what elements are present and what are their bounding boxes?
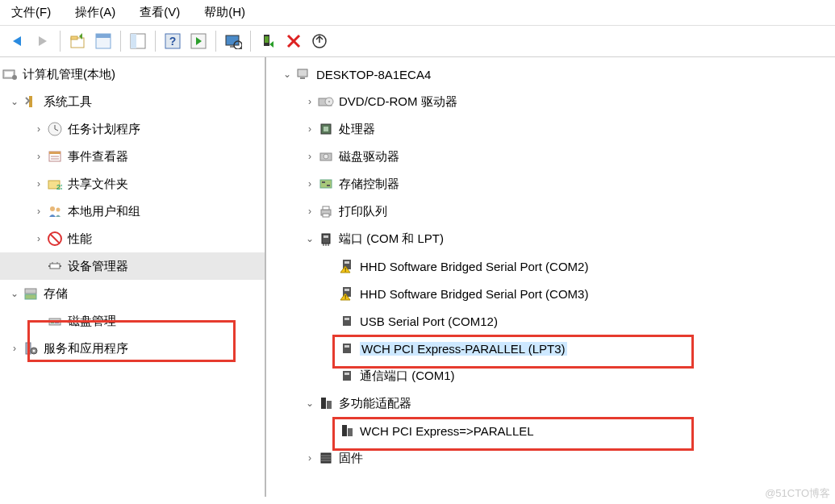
computer-management-icon: [2, 66, 18, 82]
menu-help[interactable]: 帮助(H): [204, 5, 245, 20]
collapse-icon[interactable]: ⌄: [281, 68, 294, 81]
svg-rect-58: [322, 181, 325, 183]
svg-rect-69: [344, 261, 349, 264]
svg-rect-79: [344, 373, 349, 375]
multifunction-icon: [339, 423, 355, 439]
device-root-computer[interactable]: ⌄ DESKTOP-8A1ECA4: [266, 60, 835, 88]
device-dvd[interactable]: › DVD/CD-ROM 驱动器: [266, 88, 835, 115]
printer-icon: [318, 203, 334, 219]
device-port-hhd1[interactable]: ! HHD Software Bridged Serial Port (COM2…: [266, 252, 835, 280]
expand-icon[interactable]: ›: [32, 177, 45, 190]
svg-rect-77: [344, 345, 349, 348]
expand-icon[interactable]: ›: [32, 232, 45, 245]
tree-label: 任务计划程序: [68, 122, 140, 137]
back-button[interactable]: [5, 29, 29, 53]
device-label: HHD Software Bridged Serial Port (COM2): [360, 260, 588, 273]
tree-performance[interactable]: › 性能: [0, 225, 265, 252]
device-multifunction[interactable]: ⌄ 多功能适配器: [266, 389, 835, 417]
expand-icon[interactable]: ›: [303, 177, 316, 190]
scan-button[interactable]: [221, 29, 245, 53]
device-processors[interactable]: › 处理器: [266, 115, 835, 143]
svg-text:23: 23: [56, 183, 62, 191]
forward-button[interactable]: [31, 29, 55, 53]
device-ports[interactable]: ⌄ 端口 (COM 和 LPT): [266, 225, 835, 252]
expand-icon[interactable]: ›: [32, 205, 45, 218]
enable-device-button[interactable]: [256, 29, 280, 53]
tree-label: 设备管理器: [68, 259, 128, 274]
collapse-icon[interactable]: ⌄: [8, 95, 21, 108]
device-label: 端口 (COM 和 LPT): [339, 231, 444, 247]
tree-disk-management[interactable]: 磁盘管理: [0, 307, 265, 335]
expand-icon[interactable]: ›: [303, 452, 316, 464]
expand-icon[interactable]: ›: [303, 123, 316, 135]
up-button[interactable]: [65, 29, 90, 53]
device-label: 多功能适配器: [339, 396, 411, 411]
collapse-icon[interactable]: ⌄: [303, 397, 316, 410]
device-label: USB Serial Port (COM12): [360, 314, 498, 328]
expand-icon[interactable]: ›: [32, 123, 45, 135]
device-print-queues[interactable]: › 打印队列: [266, 198, 835, 225]
device-port-wch-lpt[interactable]: WCH PCI Express-PARALLEL (LPT3): [266, 335, 835, 362]
tree-local-users[interactable]: › 本地用户和组: [0, 198, 265, 225]
system-tools-icon: [23, 94, 39, 110]
tree-root-computer-management[interactable]: 计算机管理(本地): [0, 60, 265, 88]
port-warn-icon: !: [339, 285, 355, 302]
tree-services-apps[interactable]: › 服务和应用程序: [0, 335, 265, 362]
port-icon: [339, 368, 355, 384]
port-icon: [318, 231, 334, 247]
processor-icon: [318, 121, 334, 137]
device-port-hhd2[interactable]: ! HHD Software Bridged Serial Port (COM3…: [266, 280, 835, 307]
tree-label: 存储: [44, 286, 68, 302]
local-users-icon: [47, 203, 63, 219]
device-label: DESKTOP-8A1ECA4: [316, 68, 431, 81]
device-storage-controllers[interactable]: › 存储控制器: [266, 170, 835, 198]
device-wch-parallel[interactable]: WCH PCI Express=>PARALLEL: [266, 417, 835, 444]
tree-event-viewer[interactable]: › 事件查看器: [0, 143, 265, 170]
tree-label: 磁盘管理: [68, 314, 116, 329]
device-port-comm[interactable]: 通信端口 (COM1): [266, 362, 835, 389]
expand-icon[interactable]: ›: [8, 342, 21, 355]
device-port-usb[interactable]: USB Serial Port (COM12): [266, 307, 835, 335]
tree-device-manager[interactable]: 设备管理器: [0, 252, 265, 280]
svg-rect-1: [71, 36, 77, 40]
disk-drive-icon: [318, 148, 334, 165]
menu-file[interactable]: 文件(F): [11, 5, 51, 20]
svg-rect-3: [96, 34, 111, 38]
svg-rect-76: [343, 344, 351, 353]
svg-rect-83: [348, 428, 353, 436]
device-firmware[interactable]: › 固件: [266, 444, 835, 472]
show-hide-button[interactable]: [126, 29, 150, 53]
properties-button[interactable]: [91, 29, 115, 53]
svg-rect-36: [48, 265, 50, 267]
svg-rect-72: [344, 289, 349, 291]
tree-storage[interactable]: ⌄ 存储: [0, 280, 265, 307]
device-label: WCH PCI Express=>PARALLEL: [360, 424, 534, 438]
disable-device-button[interactable]: [282, 29, 306, 53]
svg-rect-57: [320, 180, 332, 188]
svg-rect-19: [5, 72, 13, 77]
update-driver-button[interactable]: [307, 29, 332, 53]
tree-system-tools[interactable]: ⌄ 系统工具: [0, 88, 265, 115]
expand-icon[interactable]: ›: [32, 150, 45, 163]
expand-icon[interactable]: ›: [303, 150, 316, 163]
shared-folders-icon: 23: [47, 176, 63, 192]
help-button[interactable]: ?: [161, 29, 185, 53]
port-icon: [339, 340, 355, 356]
action-button[interactable]: [186, 29, 211, 53]
expand-icon[interactable]: ›: [303, 95, 316, 108]
device-disk-drives[interactable]: › 磁盘驱动器: [266, 143, 835, 170]
collapse-icon[interactable]: ⌄: [303, 232, 316, 245]
storage-controller-icon: [318, 176, 334, 192]
device-manager-icon: [47, 258, 63, 274]
tree-task-scheduler[interactable]: › 任务计划程序: [0, 115, 265, 143]
svg-rect-78: [343, 371, 351, 381]
svg-rect-43: [51, 320, 54, 323]
svg-text:!: !: [344, 294, 346, 301]
svg-rect-62: [323, 214, 329, 217]
menu-view[interactable]: 查看(V): [140, 5, 180, 20]
collapse-icon[interactable]: ⌄: [8, 287, 21, 300]
expand-icon[interactable]: ›: [303, 205, 316, 218]
menu-action[interactable]: 操作(A): [75, 5, 115, 20]
tree-shared-folders[interactable]: › 23 共享文件夹: [0, 170, 265, 198]
svg-rect-37: [60, 265, 61, 267]
